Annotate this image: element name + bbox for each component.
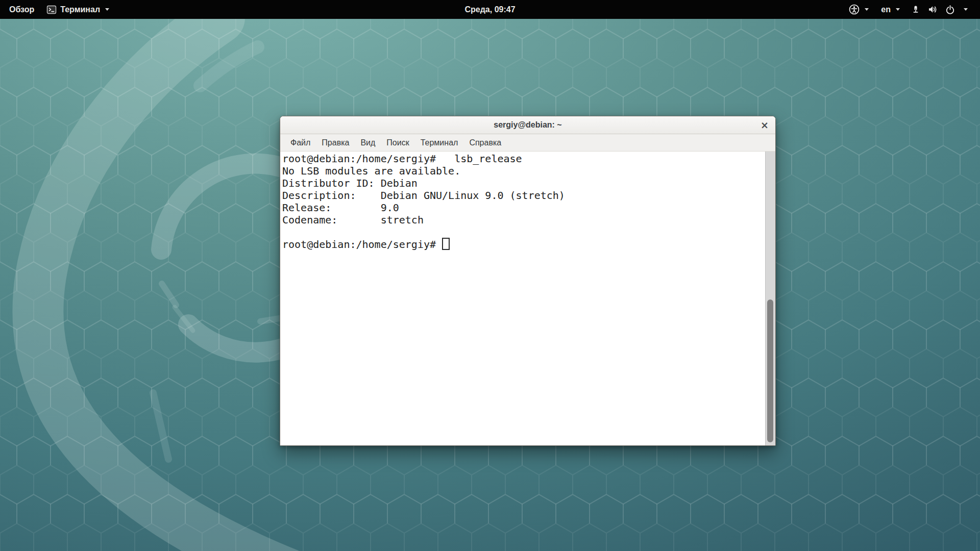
activities-label: Обзор [9,5,34,14]
clock[interactable]: Среда, 09:47 [458,0,521,19]
power-icon [945,5,955,14]
keyboard-layout-button[interactable]: en [875,0,906,19]
menu-item-edit[interactable]: Правка [316,134,355,151]
menu-item-help[interactable]: Справка [463,134,507,151]
terminal-app-icon [46,5,57,15]
menu-item-file[interactable]: Файл [285,134,316,151]
terminal-line: No LSB modules are available. [282,165,762,177]
terminal-window: sergiy@debian: ~ × Файл Правка Вид Поиск… [280,116,776,446]
terminal-line: Distributor ID: Debian [282,177,762,189]
microphone-icon [911,5,920,14]
terminal-prompt: root@debian:/home/sergiy# [282,238,442,251]
chevron-down-icon [964,8,968,11]
chevron-down-icon [865,8,869,11]
terminal-prompt-line: root@debian:/home/sergiy# [282,238,762,251]
terminal-line [282,226,762,238]
accessibility-icon [849,4,860,15]
scrollbar-thumb[interactable] [767,299,773,442]
clock-label: Среда, 09:47 [464,5,515,14]
accessibility-menu-button[interactable] [843,0,875,19]
menu-item-search[interactable]: Поиск [381,134,414,151]
menu-item-terminal[interactable]: Терминал [415,134,464,151]
terminal-menubar: Файл Правка Вид Поиск Терминал Справка [280,134,775,152]
volume-icon [927,5,938,14]
chevron-down-icon [896,8,900,11]
window-titlebar[interactable]: sergiy@debian: ~ × [280,116,775,134]
app-menu-button[interactable]: Терминал [40,0,115,19]
terminal-line: Release: 9.0 [282,202,762,214]
chevron-down-icon [105,8,109,11]
window-title: sergiy@debian: ~ [494,120,561,130]
close-button[interactable]: × [754,116,775,134]
app-menu-label: Терминал [60,5,100,14]
terminal-cursor [442,238,450,250]
system-menu-button[interactable] [906,0,973,19]
terminal-output[interactable]: root@debian:/home/sergiy# lsb_release No… [280,152,775,445]
terminal-line: root@debian:/home/sergiy# lsb_release [282,153,762,165]
activities-button[interactable]: Обзор [3,0,40,19]
terminal-line: Description: Debian GNU/Linux 9.0 (stret… [282,189,762,202]
terminal-line: Codename: stretch [282,214,762,226]
scrollbar[interactable] [765,152,775,445]
top-bar: Обзор Терминал Среда, 09:47 [0,0,980,19]
menu-item-view[interactable]: Вид [355,134,381,151]
keyboard-layout-label: en [881,5,891,14]
